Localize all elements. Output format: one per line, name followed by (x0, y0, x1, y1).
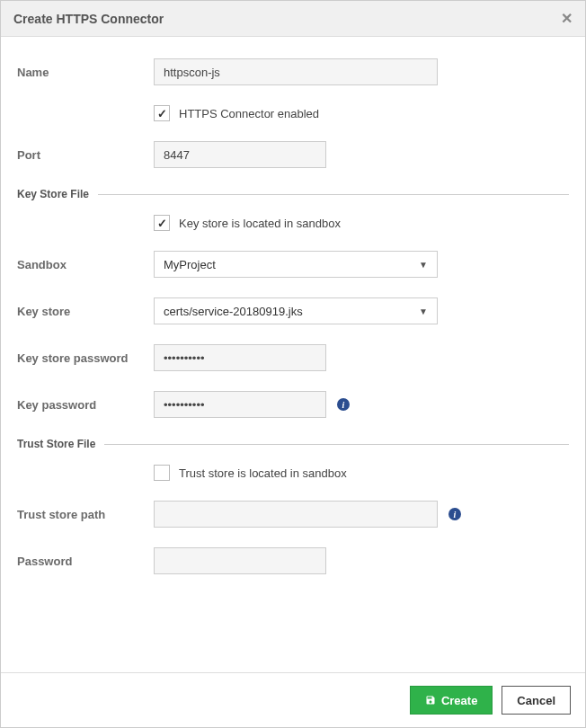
row-keystore: Key store certs/service-20180919.jks ▼ (17, 297, 569, 324)
create-button[interactable]: Create (410, 686, 493, 715)
label-name: Name (17, 66, 154, 79)
truststore-sandbox-label: Trust store is located in sandbox (179, 466, 347, 480)
key-password-input[interactable] (154, 391, 326, 418)
row-truststore-sandbox: Trust store is located in sandbox (17, 465, 569, 481)
divider-line (98, 194, 569, 195)
port-input[interactable] (154, 141, 326, 168)
keystore-dropdown-value: certs/service-20180919.jks (164, 305, 303, 318)
info-icon[interactable]: i (448, 508, 461, 520)
https-enabled-checkbox[interactable] (154, 105, 170, 121)
row-password: Password (17, 547, 569, 574)
dialog-title: Create HTTPS Connector (13, 12, 164, 26)
section-trust-store-file: Trust Store File (17, 438, 569, 450)
row-keystore-password: Key store password (17, 344, 569, 371)
cancel-button[interactable]: Cancel (502, 686, 571, 715)
keystore-dropdown[interactable]: certs/service-20180919.jks ▼ (154, 297, 438, 324)
close-icon[interactable]: ✕ (561, 10, 573, 27)
https-enabled-label: HTTPS Connector enabled (179, 107, 319, 120)
section-trust-store-file-label: Trust Store File (17, 438, 104, 450)
section-key-store-file-label: Key Store File (17, 188, 98, 200)
keystore-sandbox-checkbox[interactable] (154, 215, 170, 231)
truststore-sandbox-checkbox[interactable] (154, 465, 170, 481)
chevron-down-icon: ▼ (419, 260, 428, 270)
row-port: Port (17, 141, 569, 168)
truststore-path-input[interactable] (154, 501, 438, 528)
divider-line (104, 444, 569, 445)
chevron-down-icon: ▼ (419, 306, 428, 316)
dialog-header: Create HTTPS Connector ✕ (1, 1, 585, 37)
sandbox-dropdown[interactable]: MyProject ▼ (154, 251, 438, 278)
create-button-label: Create (441, 694, 477, 707)
password-input[interactable] (154, 547, 326, 574)
label-password: Password (17, 555, 154, 568)
save-icon (425, 695, 436, 706)
cancel-button-label: Cancel (517, 694, 555, 707)
name-input[interactable] (154, 58, 438, 85)
dialog-body: Name HTTPS Connector enabled Port Key St… (1, 37, 585, 672)
label-port: Port (17, 148, 154, 162)
row-keystore-sandbox: Key store is located in sandbox (17, 215, 569, 231)
create-https-connector-dialog: Create HTTPS Connector ✕ Name HTTPS Conn… (0, 0, 586, 728)
label-keystore: Key store (17, 305, 154, 318)
info-icon[interactable]: i (337, 398, 350, 411)
label-key-password: Key password (17, 398, 154, 412)
keystore-sandbox-label: Key store is located in sandbox (179, 217, 341, 230)
sandbox-dropdown-value: MyProject (164, 258, 216, 271)
label-keystore-password: Key store password (17, 351, 154, 365)
label-truststore-path: Trust store path (17, 508, 154, 521)
row-truststore-path: Trust store path i (17, 501, 569, 528)
row-sandbox: Sandbox MyProject ▼ (17, 251, 569, 278)
section-key-store-file: Key Store File (17, 188, 569, 200)
label-sandbox: Sandbox (17, 258, 154, 271)
keystore-password-input[interactable] (154, 344, 326, 371)
row-https-enabled: HTTPS Connector enabled (17, 105, 569, 121)
dialog-footer: Create Cancel (1, 672, 585, 727)
row-key-password: Key password i (17, 391, 569, 418)
row-name: Name (17, 58, 569, 85)
